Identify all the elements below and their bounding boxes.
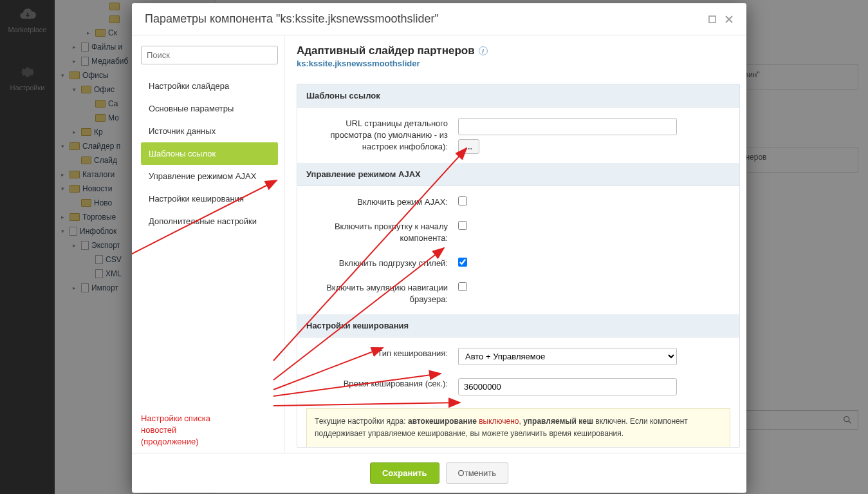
- component-title: Адаптивный слайдер партнеров i: [297, 44, 740, 57]
- input-cache-time[interactable]: [458, 378, 677, 395]
- label-cache-time: Время кеширования (сек.):: [306, 378, 448, 390]
- nav-list: Настройки слайдераОсновные параметрыИсто…: [141, 75, 278, 233]
- nav-item-0[interactable]: Настройки слайдера: [141, 75, 278, 97]
- label-ajax-scroll: Включить прокрутку к началу компонента:: [306, 221, 448, 244]
- nav-item-4[interactable]: Управление режимом AJAX: [141, 165, 278, 187]
- label-ajax-enable: Включить режим AJAX:: [306, 196, 448, 208]
- component-code: ks:kssite.jksnewssmoothslider: [297, 59, 740, 68]
- label-detail-url: URL страницы детального просмотра (по ум…: [306, 118, 448, 153]
- browse-button[interactable]: ...: [458, 139, 479, 154]
- maximize-icon[interactable]: [708, 15, 717, 24]
- component-params-dialog: Параметры компонента "ks:kssite.jksnewss…: [132, 3, 746, 493]
- content-panel: Адаптивный слайдер партнеров i ks:kssite…: [285, 35, 746, 453]
- cancel-button[interactable]: Отменить: [446, 462, 508, 484]
- label-cache-type: Тип кеширования:: [306, 348, 448, 359]
- checkbox-ajax-nav[interactable]: [458, 282, 467, 291]
- svg-rect-2: [709, 16, 716, 23]
- nav-item-1[interactable]: Основные параметры: [141, 97, 278, 120]
- input-detail-url[interactable]: [458, 118, 677, 135]
- nav-panel: Настройки слайдераОсновные параметрыИсто…: [132, 35, 285, 453]
- save-button[interactable]: Сохранить: [370, 462, 439, 484]
- close-icon[interactable]: [725, 15, 734, 24]
- select-cache-type[interactable]: Авто + Управляемое: [458, 348, 677, 365]
- nav-item-6[interactable]: Дополнительные настройки: [141, 210, 278, 233]
- section-ajax: Управление режимом AJAX: [297, 163, 739, 186]
- cache-note: Текущие настройки ядра: автокеширование …: [306, 408, 730, 447]
- checkbox-ajax-scroll[interactable]: [458, 221, 467, 230]
- nav-item-5[interactable]: Настройки кеширования: [141, 187, 278, 210]
- nav-item-2[interactable]: Источник данных: [141, 120, 278, 142]
- dialog-footer: Сохранить Отменить: [132, 453, 746, 493]
- checkbox-ajax-enable[interactable]: [458, 196, 467, 205]
- section-url-templates: Шаблоны ссылок: [297, 84, 739, 108]
- label-ajax-styles: Включить подгрузку стилей:: [306, 258, 448, 269]
- red-annotation: Настройки списка новостей (продолжение): [141, 413, 278, 448]
- info-icon[interactable]: i: [479, 46, 488, 55]
- params-scroll-area[interactable]: Шаблоны ссылок URL страницы детального п…: [297, 84, 740, 448]
- search-input[interactable]: [141, 46, 278, 64]
- section-cache: Настройки кеширования: [297, 314, 739, 337]
- dialog-header: Параметры компонента "ks:kssite.jksnewss…: [132, 3, 746, 35]
- nav-item-3[interactable]: Шаблоны ссылок: [141, 142, 278, 165]
- checkbox-ajax-styles[interactable]: [458, 258, 467, 267]
- label-ajax-nav: Включить эмуляцию навигации браузера:: [306, 282, 448, 305]
- dialog-title: Параметры компонента "ks:kssite.jksnewss…: [145, 12, 439, 26]
